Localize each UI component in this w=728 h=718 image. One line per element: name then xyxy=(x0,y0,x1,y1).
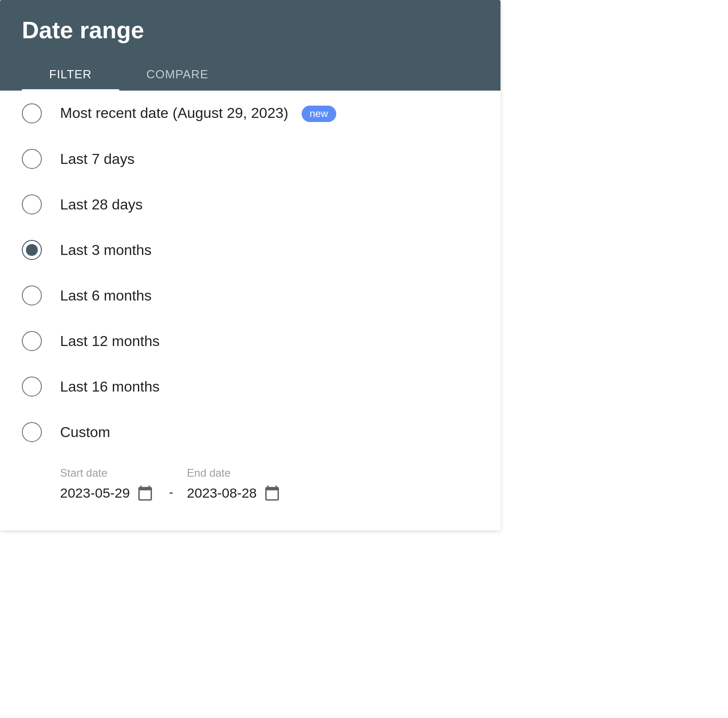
end-date-row: 2023-08-28 xyxy=(187,483,282,503)
date-fields-row: Start date 2023-05-29 - End date xyxy=(60,467,479,503)
radio-last-3[interactable] xyxy=(22,240,42,260)
option-last-12-label: Last 12 months xyxy=(60,333,160,350)
new-badge: new xyxy=(302,106,336,122)
radio-last-12[interactable] xyxy=(22,331,42,351)
tab-compare[interactable]: COMPARE xyxy=(119,58,236,91)
option-last-12[interactable]: Last 12 months xyxy=(22,318,479,364)
option-last-16[interactable]: Last 16 months xyxy=(22,364,479,409)
date-separator: - xyxy=(169,470,173,499)
options-list: Most recent date (August 29, 2023) new L… xyxy=(0,91,500,530)
tab-filter[interactable]: FILTER xyxy=(22,58,119,91)
start-date-calendar-icon[interactable] xyxy=(135,483,155,503)
tab-bar: FILTER COMPARE xyxy=(22,58,479,91)
radio-custom[interactable] xyxy=(22,422,42,442)
start-date-value: 2023-05-29 xyxy=(60,485,130,501)
end-date-label: End date xyxy=(187,467,282,479)
end-date-group: End date 2023-08-28 xyxy=(187,467,282,503)
panel-header: Date range FILTER COMPARE xyxy=(0,0,500,91)
option-last-7-label: Last 7 days xyxy=(60,151,135,168)
option-last-7[interactable]: Last 7 days xyxy=(22,136,479,182)
radio-most-recent[interactable] xyxy=(22,103,42,123)
option-last-3-label: Last 3 months xyxy=(60,242,152,259)
end-date-value: 2023-08-28 xyxy=(187,485,257,501)
option-custom-label: Custom xyxy=(60,424,110,441)
date-range-panel: Date range FILTER COMPARE Most recent da… xyxy=(0,0,500,530)
option-custom[interactable]: Custom xyxy=(22,409,479,455)
radio-last-7[interactable] xyxy=(22,149,42,169)
option-last-28[interactable]: Last 28 days xyxy=(22,182,479,227)
radio-last-28[interactable] xyxy=(22,194,42,214)
start-date-row: 2023-05-29 xyxy=(60,483,155,503)
option-last-6[interactable]: Last 6 months xyxy=(22,273,479,318)
option-last-28-label: Last 28 days xyxy=(60,196,142,213)
panel-title: Date range xyxy=(22,16,479,58)
option-last-3[interactable]: Last 3 months xyxy=(22,227,479,273)
start-date-group: Start date 2023-05-29 xyxy=(60,467,155,503)
custom-date-section: Start date 2023-05-29 - End date xyxy=(22,455,479,503)
option-last-6-label: Last 6 months xyxy=(60,287,152,304)
radio-last-16[interactable] xyxy=(22,377,42,397)
end-date-calendar-icon[interactable] xyxy=(262,483,282,503)
start-date-label: Start date xyxy=(60,467,155,479)
option-most-recent[interactable]: Most recent date (August 29, 2023) new xyxy=(22,91,479,136)
option-most-recent-label: Most recent date (August 29, 2023) new xyxy=(60,105,336,122)
option-last-16-label: Last 16 months xyxy=(60,378,160,395)
radio-last-6[interactable] xyxy=(22,285,42,306)
